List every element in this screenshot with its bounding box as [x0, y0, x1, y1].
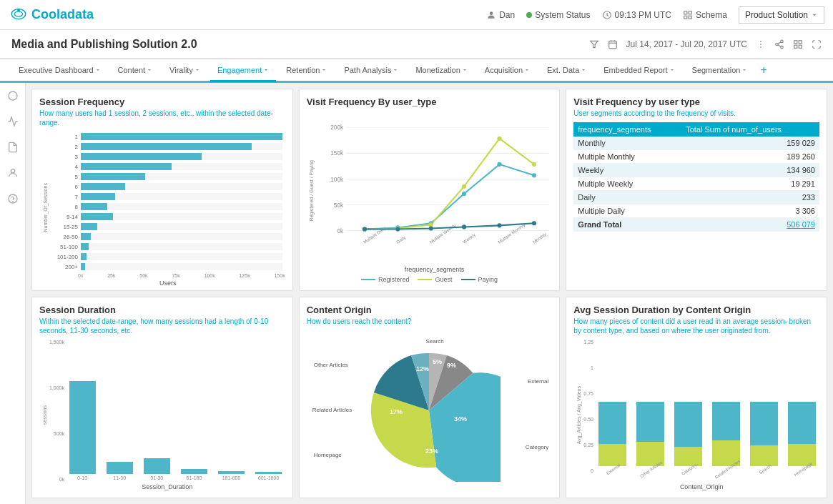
x-axis-ticks: 0x25k50k75k100k125k150k — [51, 272, 285, 278]
table-row-grand-total: Grand Total506 079 — [573, 218, 819, 232]
pie-label-search: Search — [425, 338, 443, 345]
avg-bar-related-blue — [712, 402, 740, 440]
tab-monetization[interactable]: Monetization — [408, 60, 474, 80]
svg-point-2 — [17, 8, 20, 11]
y-axis-label-registered: Registered / Guest / Paying — [309, 160, 314, 222]
svg-point-19 — [781, 46, 784, 49]
logo: Cooladata — [9, 5, 94, 25]
session-duration-subtitle: Within the selected date-range, how many… — [39, 317, 285, 335]
session-bar-61-180 — [181, 469, 207, 474]
svg-text:100k: 100k — [330, 177, 344, 183]
svg-point-16 — [760, 46, 761, 48]
session-frequency-chart: Number_Of_Sessions 1 2 3 4 5 6 7 8 — [39, 132, 285, 283]
pie-label-related-articles: Related Articles — [312, 407, 353, 413]
sidebar-icon-file[interactable] — [6, 140, 20, 154]
hbar-row-3: 3 — [51, 152, 282, 162]
line-chart-legend: Registered Guest Paying — [307, 276, 553, 283]
svg-point-29 — [12, 202, 13, 202]
sidebar-icon-chart[interactable] — [6, 114, 20, 129]
sidebar-icon-help[interactable] — [6, 192, 20, 206]
main-layout: Session Frequency How many users had 1 s… — [0, 83, 833, 504]
svg-text:Daily: Daily — [395, 234, 407, 244]
share-icon[interactable] — [774, 39, 784, 49]
expand-icon[interactable] — [812, 39, 822, 49]
hbar-row-200plus: 200+ — [51, 262, 282, 272]
tab-executive-dashboard[interactable]: Executive Dashboard — [11, 60, 108, 80]
svg-point-57 — [531, 162, 536, 167]
svg-text:Weekly: Weekly — [461, 232, 476, 244]
y-axis-avg: 1.2510.750.500.250 — [583, 340, 595, 474]
date-range: Jul 14, 2017 - Jul 20, 2017 UTC — [626, 39, 747, 49]
y-axis-label-sessions2: sessions — [42, 405, 47, 425]
svg-point-26 — [9, 92, 17, 100]
svg-point-15 — [760, 44, 761, 45]
svg-marker-9 — [590, 41, 598, 47]
svg-point-14 — [760, 41, 761, 42]
hbar-row-2: 2 — [51, 142, 282, 152]
grid-icon[interactable] — [793, 39, 803, 49]
table-row-multiple-daily: Multiple Daily3 306 — [573, 204, 819, 218]
tab-embedded-report[interactable]: Embedded Report — [596, 60, 681, 80]
pie-label-homepage: Homepage — [314, 452, 342, 458]
top-nav: Cooladata Dan System Status 09:13 PM UTC… — [0, 0, 833, 30]
svg-text:12%: 12% — [416, 365, 429, 372]
session-bar-31-60 — [144, 458, 170, 474]
session-bar-11-30 — [107, 462, 133, 474]
time-display: 09:13 PM UTC — [602, 10, 671, 20]
title-bar-actions: Jul 14, 2017 - Jul 20, 2017 UTC — [589, 39, 822, 49]
svg-text:50k: 50k — [333, 202, 343, 209]
hbar-chart: 1 2 3 4 5 6 7 8 9-14 15-25 26-50 51-100 — [51, 132, 285, 272]
sidebar-icon-users[interactable] — [6, 166, 20, 180]
title-bar: Media and Publishing Solution 2.0 Jul 14… — [0, 30, 833, 59]
avg-bar-search-green — [750, 445, 778, 466]
tab-engagement[interactable]: Engagement — [210, 60, 276, 82]
tab-acquisition[interactable]: Acquisition — [478, 60, 537, 80]
hbar-row-26-50: 26-50 — [51, 232, 282, 242]
hbar-row-101-200: 101-200 — [51, 252, 282, 262]
line-chart-svg: 200k 150k 100k 50k 0k Multiple Daily Dai… — [317, 109, 553, 265]
svg-text:5%: 5% — [433, 358, 442, 365]
hbar-row-8: 8 — [51, 202, 282, 212]
svg-rect-6 — [689, 11, 691, 14]
tab-content[interactable]: Content — [111, 60, 160, 80]
pie-label-other-articles: Other Articles — [314, 362, 348, 368]
avg-session-bar-chart: External Other Articles — [595, 402, 819, 473]
tab-path-analysis[interactable]: Path Analysis — [337, 60, 405, 80]
svg-line-20 — [778, 44, 781, 46]
filter-icon[interactable] — [589, 39, 599, 49]
table-row-weekly: Weekly134 960 — [573, 164, 819, 177]
frequency-table: frequency_segments Total Sum of num_of_u… — [573, 122, 819, 232]
session-duration-panel: Session Duration Within the selected dat… — [31, 297, 293, 499]
more-options-icon[interactable] — [756, 39, 766, 49]
system-status[interactable]: System Status — [526, 10, 590, 20]
tab-segmentation[interactable]: Segmentation — [685, 60, 755, 80]
svg-rect-5 — [684, 11, 687, 14]
hbar-row-15-25: 15-25 — [51, 222, 282, 232]
hbar-row-1: 1 — [51, 132, 282, 142]
y-axis-values-sessions: 1,500k1,000k500k0k — [49, 340, 66, 483]
tab-retention[interactable]: Retention — [279, 60, 334, 80]
svg-text:34%: 34% — [454, 415, 467, 423]
calendar-icon[interactable] — [608, 39, 618, 49]
svg-text:9%: 9% — [447, 362, 456, 369]
session-frequency-title: Session Frequency — [39, 97, 285, 107]
tab-ext-data[interactable]: Ext. Data — [540, 60, 593, 80]
hbar-row-5: 5 — [51, 172, 282, 182]
avg-session-title: Avg Session Duration by Content Origin — [573, 305, 819, 315]
page-title: Media and Publishing Solution 2.0 — [11, 38, 589, 51]
svg-point-55 — [462, 184, 466, 189]
product-selector[interactable]: Product Solution — [739, 6, 824, 24]
svg-point-51 — [531, 173, 536, 177]
tab-virality[interactable]: Virality — [162, 60, 207, 80]
avg-session-subtitle: How many pieces of content did a user re… — [573, 317, 819, 335]
session-bar-0-10 — [69, 381, 96, 474]
svg-point-3 — [490, 11, 493, 15]
add-tab-button[interactable]: + — [760, 64, 767, 76]
hbar-row-51-100: 51-100 — [51, 242, 282, 252]
sidebar-icon-home[interactable] — [6, 89, 20, 103]
svg-rect-10 — [608, 41, 616, 49]
table-row-multiple-monthly: Multiple Monthly189 260 — [573, 150, 819, 164]
avg-bar-homepage-blue — [788, 402, 816, 444]
schema-menu[interactable]: Schema — [683, 10, 727, 20]
user-menu[interactable]: Dan — [486, 10, 515, 20]
